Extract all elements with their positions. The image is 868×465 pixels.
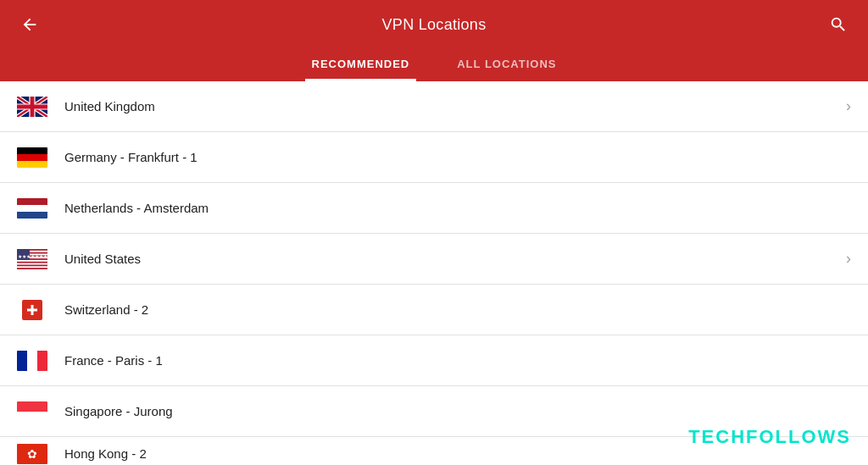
flag-uk <box>17 97 47 117</box>
location-name-hk: Hong Kong - 2 <box>64 446 851 461</box>
location-item-hk[interactable]: Hong Kong - 2 <box>0 437 868 465</box>
location-item-sg[interactable]: Singapore - Jurong <box>0 386 868 437</box>
flag-nl <box>17 198 47 219</box>
page-title: VPN Locations <box>382 16 487 34</box>
chevron-icon-us: › <box>846 250 851 268</box>
location-name-ch: Switzerland - 2 <box>64 302 851 317</box>
svg-rect-11 <box>27 308 37 311</box>
app-container: VPN Locations RECOMMENDED ALL LOCATIONS <box>0 0 868 465</box>
location-name-uk: United Kingdom <box>64 99 846 113</box>
back-button[interactable] <box>17 12 42 37</box>
flag-hk <box>17 444 47 464</box>
search-button[interactable] <box>826 12 851 37</box>
location-item-us[interactable]: ★★★★★★★★★★★★★★★★★★★★★★★★★★★★★★★★★★★★★★★★… <box>0 234 868 285</box>
location-name-sg: Singapore - Jurong <box>64 404 851 418</box>
location-list: United Kingdom › Germany - Frankfurt - 1 <box>0 81 868 465</box>
header: VPN Locations RECOMMENDED ALL LOCATIONS <box>0 0 868 81</box>
tabs-bar: RECOMMENDED ALL LOCATIONS <box>0 49 868 81</box>
flag-fr <box>17 351 47 371</box>
tab-all-locations[interactable]: ALL LOCATIONS <box>450 49 563 81</box>
location-item-uk[interactable]: United Kingdom › <box>0 81 868 132</box>
location-item-nl[interactable]: Netherlands - Amsterdam <box>0 183 868 234</box>
location-name-de: Germany - Frankfurt - 1 <box>64 150 851 164</box>
chevron-icon-uk: › <box>846 97 851 115</box>
location-item-de[interactable]: Germany - Frankfurt - 1 <box>0 132 868 183</box>
location-name-nl: Netherlands - Amsterdam <box>64 201 851 215</box>
header-top: VPN Locations <box>0 0 868 49</box>
flag-us: ★★★★★★★★★★★★★★★★★★★★★★★★★★★★★★★★★★★★★★★★… <box>17 249 47 269</box>
location-name-us: United States <box>64 252 846 266</box>
flag-ch <box>17 300 47 320</box>
tab-recommended[interactable]: RECOMMENDED <box>305 49 417 81</box>
svg-rect-6 <box>17 263 47 264</box>
svg-text:★★★★★★★★★★★★★★★★★★★★★★★★★★★★★★: ★★★★★★★★★★★★★★★★★★★★★★★★★★★★★★★★★★★★★★★★… <box>18 254 47 259</box>
location-name-fr: France - Paris - 1 <box>64 353 851 368</box>
svg-rect-7 <box>17 266 47 268</box>
svg-rect-5 <box>17 259 47 261</box>
flag-sg <box>17 401 47 422</box>
flag-de <box>17 147 47 168</box>
location-item-ch[interactable]: Switzerland - 2 <box>0 285 868 335</box>
location-item-fr[interactable]: France - Paris - 1 <box>0 335 868 386</box>
